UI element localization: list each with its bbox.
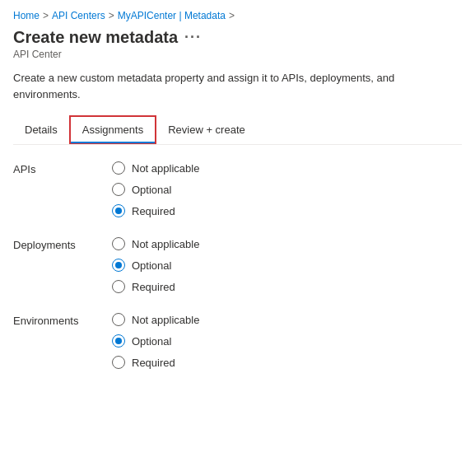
- tab-details[interactable]: Details: [13, 117, 69, 142]
- apis-not-applicable-option[interactable]: Not applicable: [112, 161, 199, 175]
- page-subtitle: API Center: [13, 49, 462, 60]
- tab-assignments[interactable]: Assignments: [69, 115, 156, 144]
- deployments-required-option[interactable]: Required: [112, 280, 199, 293]
- apis-required-label: Required: [132, 205, 175, 217]
- environments-required-option[interactable]: Required: [112, 356, 199, 369]
- apis-not-applicable-radio[interactable]: [112, 161, 125, 175]
- deployments-not-applicable-label: Not applicable: [132, 238, 199, 250]
- page-description: Create a new custom metadata property an…: [13, 70, 462, 102]
- deployments-required-radio[interactable]: [112, 280, 125, 293]
- apis-radio-group: Not applicable Optional Required: [112, 161, 199, 217]
- environments-radio-group: Not applicable Optional Required: [112, 313, 199, 369]
- deployments-optional-label: Optional: [132, 259, 171, 272]
- breadcrumb-api-centers[interactable]: API Centers: [52, 10, 105, 21]
- environments-not-applicable-radio[interactable]: [112, 313, 125, 326]
- environments-section: Environments Not applicable Optional Req…: [13, 313, 462, 369]
- page-header: Create new metadata ···: [13, 28, 462, 47]
- apis-label: APIs: [13, 161, 112, 217]
- page-title: Create new metadata: [13, 28, 178, 47]
- environments-optional-label: Optional: [132, 335, 171, 348]
- environments-optional-option[interactable]: Optional: [112, 334, 199, 348]
- environments-required-label: Required: [132, 357, 175, 369]
- apis-section: APIs Not applicable Optional Required: [13, 161, 462, 217]
- apis-required-option[interactable]: Required: [112, 204, 199, 217]
- environments-required-radio[interactable]: [112, 356, 125, 369]
- deployments-section: Deployments Not applicable Optional Requ…: [13, 237, 462, 293]
- environments-label: Environments: [13, 313, 112, 369]
- deployments-optional-radio[interactable]: [112, 259, 125, 272]
- breadcrumb-my-api-center[interactable]: MyAPICenter | Metadata: [118, 10, 226, 21]
- deployments-label: Deployments: [13, 237, 112, 293]
- deployments-not-applicable-radio[interactable]: [112, 237, 125, 250]
- apis-not-applicable-label: Not applicable: [132, 162, 199, 175]
- environments-not-applicable-label: Not applicable: [132, 314, 199, 326]
- breadcrumb-home[interactable]: Home: [13, 10, 40, 21]
- apis-optional-radio[interactable]: [112, 183, 125, 196]
- deployments-not-applicable-option[interactable]: Not applicable: [112, 237, 199, 250]
- more-options-icon[interactable]: ···: [184, 29, 202, 46]
- apis-optional-option[interactable]: Optional: [112, 183, 199, 196]
- breadcrumb: Home > API Centers > MyAPICenter | Metad…: [13, 10, 462, 21]
- environments-not-applicable-option[interactable]: Not applicable: [112, 313, 199, 326]
- environments-optional-radio[interactable]: [112, 334, 125, 348]
- tab-bar: Details Assignments Review + create: [13, 115, 462, 145]
- apis-optional-label: Optional: [132, 184, 171, 196]
- deployments-optional-option[interactable]: Optional: [112, 259, 199, 272]
- tab-review[interactable]: Review + create: [156, 117, 257, 142]
- deployments-radio-group: Not applicable Optional Required: [112, 237, 199, 293]
- apis-required-radio[interactable]: [112, 204, 125, 217]
- deployments-required-label: Required: [132, 281, 175, 293]
